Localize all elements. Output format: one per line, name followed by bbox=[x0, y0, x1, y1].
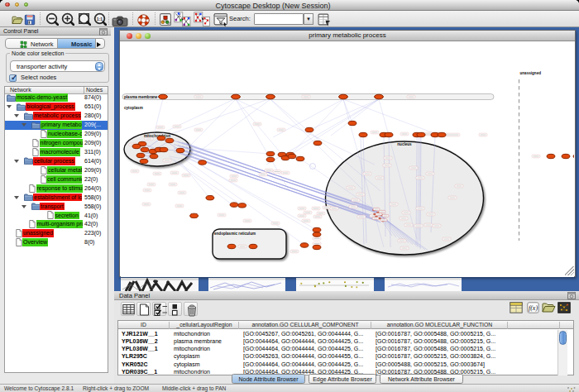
svg-text:endoplasmic reticulum: endoplasmic reticulum bbox=[214, 232, 256, 236]
svg-text:plasma membrane: plasma membrane bbox=[124, 95, 158, 99]
svg-text:f(x): f(x) bbox=[529, 304, 538, 312]
svg-text:unassigned: unassigned bbox=[520, 71, 542, 75]
svg-text:1:1: 1:1 bbox=[97, 17, 103, 22]
svg-text:cytoplasm: cytoplasm bbox=[124, 106, 143, 110]
svg-text:nucleus: nucleus bbox=[397, 142, 412, 146]
